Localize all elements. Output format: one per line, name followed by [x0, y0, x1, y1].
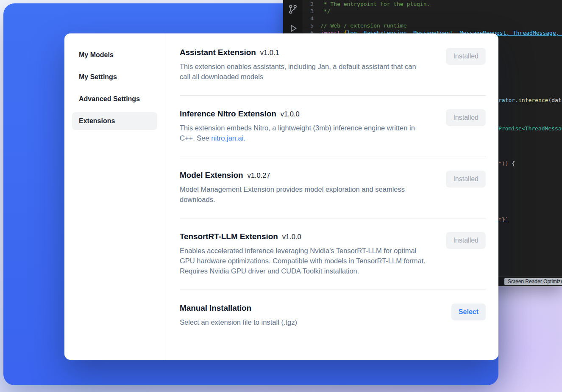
extension-description: Model Management Extension provides mode…	[180, 184, 428, 204]
code-line-comment: // Web / extension runtime	[320, 22, 407, 29]
installed-button[interactable]: Installed	[446, 232, 486, 249]
extension-row-nitro: Inference Nitro Extension v1.0.0 This ex…	[180, 96, 486, 157]
code-token: (data));	[548, 97, 562, 103]
extension-row-tensorrt: TensortRT-LLM Extension v1.0.0 Enables a…	[180, 218, 486, 290]
extension-row-manual-installation: Manual Installation Select an extension …	[180, 290, 486, 341]
extension-title: TensortRT-LLM Extension	[180, 232, 278, 241]
sidebar-item-extensions[interactable]: Extensions	[72, 112, 157, 130]
desktop: 2 3 4 5 6 * The entrypoint for the plugi…	[0, 0, 562, 392]
extension-row-model: Model Extension v1.0.27 Model Management…	[180, 157, 486, 218]
extension-row-assistant: Assistant Extension v1.0.1 This extensio…	[180, 48, 486, 96]
settings-sidebar: My Models My Settings Advanced Settings …	[64, 33, 165, 360]
extension-version: v1.0.1	[260, 49, 279, 57]
extension-description: This extension enables assistants, inclu…	[180, 61, 428, 82]
code-token: {	[508, 160, 515, 167]
installed-button[interactable]: Installed	[446, 48, 486, 65]
extension-description: Enables accelerated inference leveraging…	[180, 246, 428, 276]
code-token: "))	[498, 160, 508, 167]
extension-title: Model Extension	[180, 171, 243, 180]
extension-title: Manual Installation	[180, 304, 251, 313]
line-number: 4	[305, 15, 314, 22]
code-line-comment: */	[320, 8, 330, 15]
line-number: 5	[305, 22, 314, 29]
installed-button[interactable]: Installed	[446, 171, 486, 188]
extension-version: v1.0.0	[282, 233, 301, 241]
extension-title: Inference Nitro Extension	[180, 109, 276, 119]
line-number: 2	[305, 1, 314, 8]
code-token: rator.	[498, 97, 518, 103]
extension-description: This extension embeds Nitro, a lightweig…	[180, 123, 428, 143]
installed-button[interactable]: Installed	[446, 109, 486, 126]
extension-version: v1.0.27	[247, 171, 270, 179]
code-fragment: t}`	[498, 216, 508, 223]
source-control-icon[interactable]	[288, 4, 298, 14]
sidebar-item-my-settings[interactable]: My Settings	[72, 68, 157, 86]
run-debug-icon[interactable]	[288, 23, 298, 33]
extension-title: Assistant Extension	[180, 48, 256, 57]
code-token: inference	[518, 97, 548, 103]
extension-description: Select an extension file to install (.tg…	[180, 317, 297, 327]
code-fragment: rator.inference(data));	[498, 97, 562, 104]
code-line-comment: * The entrypoint for the plugin.	[320, 1, 430, 8]
line-number: 3	[305, 8, 314, 15]
screen-reader-badge[interactable]: Screen Reader Optimized	[504, 278, 562, 285]
select-file-button[interactable]: Select	[451, 304, 486, 320]
sidebar-item-my-models[interactable]: My Models	[72, 46, 157, 64]
code-fragment: ")) {	[498, 160, 515, 167]
settings-modal: My Models My Settings Advanced Settings …	[64, 33, 498, 360]
code-fragment: Promise<ThreadMessage>	[498, 125, 562, 132]
sidebar-item-advanced-settings[interactable]: Advanced Settings	[72, 90, 157, 108]
extension-version: v1.0.0	[281, 110, 300, 118]
extensions-panel: Assistant Extension v1.0.1 This extensio…	[165, 33, 498, 360]
nitro-jan-ai-link[interactable]: nitro.jan.ai.	[211, 134, 245, 142]
